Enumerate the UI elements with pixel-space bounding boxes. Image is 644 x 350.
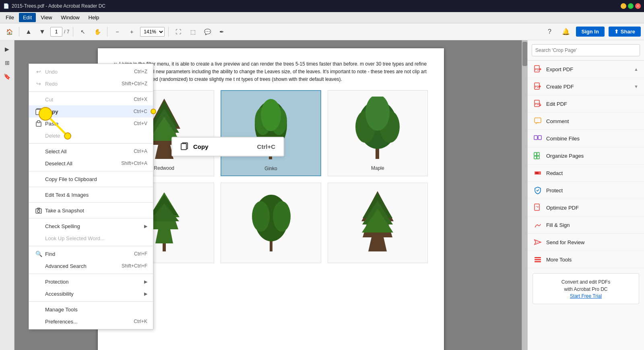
pointer-tool[interactable]: ↖ — [77, 26, 89, 38]
comment-button[interactable]: 💬 — [201, 26, 213, 38]
next-page-button[interactable]: ▼ — [37, 26, 48, 37]
select-all-icon — [35, 147, 43, 155]
thumbnail-button[interactable]: ⊞ — [2, 57, 13, 68]
search-input[interactable] — [532, 44, 640, 56]
right-tool-organize[interactable]: Organize Pages — [528, 147, 644, 165]
fit-page-button[interactable]: ⛶ — [172, 26, 184, 38]
adv-search-icon — [35, 262, 43, 270]
menu-edit[interactable]: Edit — [19, 13, 36, 22]
promo-link[interactable]: Start Free Trial — [570, 293, 602, 299]
right-tool-protect[interactable]: Protect — [528, 182, 644, 199]
window-title: 2015-Trees.pdf - Adobe Acrobat Reader DC — [12, 3, 105, 9]
accessibility-arrow: ▶ — [144, 291, 147, 296]
menu-redo[interactable]: ↪ Redo Shift+Ctrl+Z — [29, 78, 153, 90]
create-pdf-expand[interactable]: ▼ — [634, 84, 638, 89]
notification-button[interactable]: 🔔 — [560, 26, 572, 38]
minimize-button[interactable]: ─ — [621, 3, 626, 9]
right-tool-send-review[interactable]: Send for Review — [528, 234, 644, 251]
zoom-in-button[interactable]: + — [126, 26, 138, 38]
menu-find[interactable]: 🔍 Find Ctrl+F — [29, 248, 153, 260]
comment-tool-icon — [533, 117, 542, 126]
menu-edit-text[interactable]: Edit Text & Images — [29, 189, 153, 201]
combine-icon — [533, 134, 542, 143]
deselect-all-icon — [35, 159, 43, 167]
menu-undo[interactable]: ↩ Undo Ctrl+Z — [29, 66, 153, 78]
home-button[interactable]: 🏠 — [3, 26, 15, 38]
svg-rect-48 — [537, 152, 539, 156]
tree-cell-5 — [221, 183, 321, 263]
right-tool-create-pdf[interactable]: PDF Create PDF ▼ — [528, 78, 644, 95]
svg-rect-52 — [535, 172, 539, 174]
menu-deselect-all[interactable]: Deselect All Shift+Ctrl+A — [29, 157, 153, 169]
menu-spell[interactable]: Check Spelling ▶ — [29, 220, 153, 232]
menu-view[interactable]: View — [37, 13, 56, 22]
combine-label: Combine Files — [546, 136, 580, 142]
menu-window[interactable]: Window — [57, 13, 83, 22]
manage-tools-icon — [35, 305, 43, 313]
copy-annotation — [37, 106, 78, 147]
sep5 — [29, 202, 153, 203]
svg-rect-34 — [181, 144, 186, 150]
undo-icon: ↩ — [35, 68, 43, 76]
optimize-icon — [533, 203, 542, 212]
menu-file[interactable]: File — [2, 13, 18, 22]
right-tool-optimize[interactable]: Optimize PDF — [528, 199, 644, 216]
tree-label-ginko: Ginko — [264, 166, 277, 171]
menu-accessibility[interactable]: Accessibility ▶ — [29, 288, 153, 300]
right-tool-redact[interactable]: Redact — [528, 165, 644, 182]
maximize-button[interactable]: □ — [628, 3, 634, 9]
bookmark-button[interactable]: 🔖 — [2, 71, 13, 82]
sign-in-button[interactable]: Sign In — [576, 27, 605, 37]
send-review-label: Send for Review — [546, 239, 584, 245]
more-tools-label: More Tools — [546, 257, 572, 263]
page-number-input[interactable] — [50, 27, 62, 37]
snapshot-icon — [35, 206, 43, 214]
right-tool-combine[interactable]: Combine Files — [528, 130, 644, 147]
right-tool-export-pdf[interactable]: PDF Export PDF ▲ — [528, 61, 644, 78]
menu-adv-search[interactable]: Advanced Search Shift+Ctrl+F — [29, 260, 153, 272]
redact-label: Redact — [546, 170, 563, 176]
scroll-indicator[interactable] — [522, 40, 527, 350]
svg-rect-50 — [537, 156, 539, 159]
export-pdf-expand[interactable]: ▲ — [634, 67, 638, 72]
prev-page-button[interactable]: ▲ — [23, 26, 34, 37]
svg-point-21 — [273, 201, 291, 232]
copy-tooltip: Copy Ctrl+C — [171, 137, 284, 156]
help-button[interactable]: ? — [544, 26, 556, 38]
zoom-out-button[interactable]: − — [111, 26, 123, 38]
promo-box: Convert and edit PDFs with Acrobat Pro D… — [533, 273, 639, 304]
share-button[interactable]: ⬆ Share — [609, 27, 641, 37]
organize-icon — [533, 151, 542, 160]
right-tool-fill-sign[interactable]: Fill & Sign — [528, 216, 644, 234]
tree-img-6 — [332, 187, 423, 255]
hand-tool[interactable]: ✋ — [91, 26, 103, 38]
menu-preferences[interactable]: Preferences... Ctrl+K — [29, 315, 153, 327]
zoom-select[interactable]: 141% 100% 125% 150% — [140, 27, 165, 37]
tree-img-maple — [332, 95, 423, 163]
menu-lookup[interactable]: Look Up Selected Word... — [29, 232, 153, 244]
edit-pdf-label: Edit PDF — [546, 101, 567, 107]
menu-manage-tools[interactable]: Manage Tools — [29, 303, 153, 315]
fill-sign-icon — [533, 220, 542, 229]
menu-protection[interactable]: Protection ▶ — [29, 276, 153, 288]
menu-help[interactable]: Help — [85, 13, 103, 22]
toolbar-separator-3 — [107, 27, 107, 37]
pen-button[interactable]: ✒ — [216, 26, 228, 38]
sep1 — [29, 91, 153, 92]
right-tool-more[interactable]: More Tools — [528, 251, 644, 268]
rotate-button[interactable]: ⬚ — [187, 26, 199, 38]
close-button[interactable]: ✕ — [635, 3, 641, 9]
menu-snapshot[interactable]: Take a Snapshot — [29, 204, 153, 216]
edit-dropdown: ↩ Undo Ctrl+Z ↪ Redo Shift+Ctrl+Z Cut Ct… — [29, 64, 153, 329]
svg-rect-49 — [534, 156, 537, 159]
expand-panel-button[interactable]: ▶ — [2, 43, 13, 55]
protection-icon — [35, 278, 43, 286]
menu-cut[interactable]: Cut Ctrl+X — [29, 93, 153, 105]
right-tool-edit-pdf[interactable]: PDF Edit PDF — [528, 95, 644, 113]
copy-tooltip-icon — [180, 142, 189, 152]
copy-tooltip-label: Copy — [193, 143, 253, 150]
content-area[interactable]: u. Living in the filter menu, it is able… — [14, 40, 527, 350]
share-label: Share — [621, 29, 635, 35]
menu-copy-file[interactable]: Copy File to Clipboard — [29, 173, 153, 185]
right-tool-comment[interactable]: Comment — [528, 113, 644, 130]
